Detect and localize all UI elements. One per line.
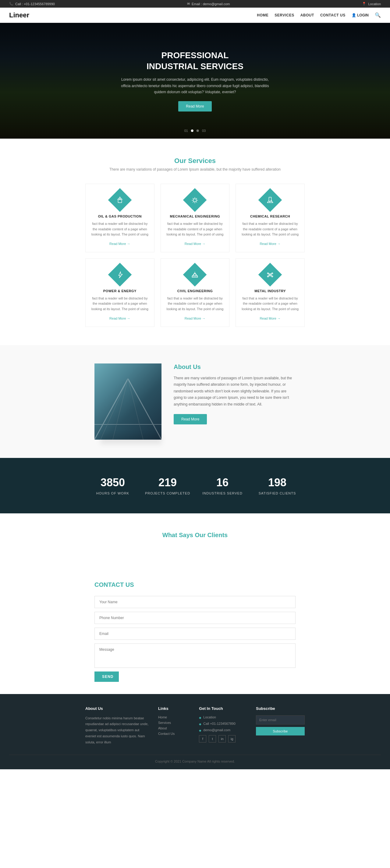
footer-link-services[interactable]: Services <box>158 721 190 724</box>
footer: About Us Consetetur nobis minima harum b… <box>0 694 390 769</box>
service-desc-3: fact that a reader will be distracted by… <box>240 221 300 237</box>
phone-text: Call : +01-1234556789990 <box>15 2 55 6</box>
contact-phone-input[interactable] <box>94 612 296 624</box>
copyright-text: Copyright © 2021 Company Name All rights… <box>155 760 235 763</box>
nav-home[interactable]: HOME <box>257 13 268 18</box>
footer-about-text: Consetetur nobis minima harum beatae rep… <box>85 715 149 746</box>
metal-icon <box>259 262 282 286</box>
email-icon: ✉ <box>187 2 190 6</box>
service-link-2[interactable]: Read More → <box>185 242 205 246</box>
stat-hours-label: HOURS OF WORK <box>85 491 140 495</box>
footer-about-col: About Us Consetetur nobis minima harum b… <box>85 706 149 746</box>
testimonials-title-accent: Clients <box>208 532 228 538</box>
footer-email-input[interactable] <box>256 715 305 724</box>
nav-links: HOME SERVICES ABOUT CONTACT US 👤 LOGIN 🔍 <box>257 12 381 18</box>
footer-subscribe-button[interactable]: Subscribe <box>256 727 305 736</box>
service-link-4[interactable]: Read More → <box>110 316 130 320</box>
footer-phone: ◆ Call +01-1234567890 <box>199 722 247 726</box>
service-card-metal: METAL INDUSTRY fact that a reader will b… <box>236 258 305 327</box>
svg-line-23 <box>113 379 128 440</box>
footer-subscribe-title: Subscribe <box>256 706 305 711</box>
phone-icon: 📞 <box>9 2 13 6</box>
stat-projects-number: 219 <box>140 476 195 489</box>
hero-cta-button[interactable]: Read More <box>178 101 211 112</box>
mechanical-icon <box>183 188 207 212</box>
svg-point-1 <box>119 198 120 199</box>
logo: Lineer <box>9 11 29 19</box>
nav-contact[interactable]: CONTACT US <box>320 13 346 18</box>
stat-clients-number: 198 <box>250 476 305 489</box>
nav-login[interactable]: 👤 LOGIN <box>352 13 369 18</box>
nav-about[interactable]: ABOUT <box>300 13 314 18</box>
footer-subscribe-form: Subscribe <box>256 715 305 736</box>
twitter-icon[interactable]: t <box>209 735 216 742</box>
stat-clients: 198 SATISFIED CLIENTS <box>250 476 305 495</box>
service-link-3[interactable]: Read More → <box>260 242 280 246</box>
service-desc-5: fact that a reader will be distracted by… <box>166 296 225 312</box>
stat-hours: 3850 HOURS OF WORK <box>85 476 140 495</box>
service-card-civil: CIVIL ENGINEERING fact that a reader wil… <box>160 258 230 327</box>
service-title-2: MECHANICAL ENGINEERING <box>166 215 225 218</box>
facebook-icon[interactable]: f <box>199 735 206 742</box>
footer-location-text: Location <box>203 715 216 719</box>
svg-point-5 <box>269 201 270 202</box>
footer-link-about[interactable]: About <box>158 726 190 730</box>
nav-services[interactable]: SERVICES <box>274 13 294 18</box>
footer-about-title: About Us <box>85 706 149 711</box>
dot-num-3: 03 <box>202 129 206 132</box>
service-title-6: METAL INDUSTRY <box>240 289 300 293</box>
service-card-power: POWER & ENERGY fact that a reader will b… <box>85 258 154 327</box>
linkedin-icon[interactable]: in <box>218 735 226 742</box>
services-title-text: Our <box>174 157 188 164</box>
phone-dot-icon: ◆ <box>199 722 201 726</box>
location-dot-icon: ◆ <box>199 716 201 719</box>
hero-section: PROFESSIONALINDUSTRIAL SERVICES Lorem ip… <box>0 23 390 138</box>
footer-link-home[interactable]: Home <box>158 715 190 719</box>
about-image <box>94 364 161 440</box>
stat-hours-number: 3850 <box>85 476 140 489</box>
svg-line-22 <box>100 379 128 440</box>
about-section: About Us There are many variations of pa… <box>0 345 390 458</box>
search-icon[interactable]: 🔍 <box>375 12 381 18</box>
service-link-5[interactable]: Read More → <box>185 316 205 320</box>
dot-2[interactable] <box>197 129 199 132</box>
footer-phone-text: Call +01-1234567890 <box>203 722 236 725</box>
hero-description: Lorem ipsum dolor sit amet consectetur, … <box>119 76 271 95</box>
footer-links-title: Links <box>158 706 190 711</box>
contact-name-input[interactable] <box>94 596 296 608</box>
about-title-accent: Us <box>193 364 201 370</box>
services-subtitle: There are many variations of passages of… <box>9 167 381 172</box>
about-cta-button[interactable]: Read More <box>174 414 207 425</box>
svg-point-6 <box>271 200 271 202</box>
service-desc-4: fact that a reader will be distracted by… <box>90 296 150 312</box>
service-card-mechanical: MECHANICAL ENGINEERING fact that a reade… <box>160 184 230 252</box>
hero-title: PROFESSIONALINDUSTRIAL SERVICES <box>119 50 271 72</box>
contact-form: SEND <box>94 596 296 682</box>
footer-bottom: Copyright © 2021 Company Name All rights… <box>9 755 381 763</box>
footer-link-contact[interactable]: Contact Us <box>158 732 190 736</box>
about-image-inner <box>94 364 161 440</box>
contact-email-input[interactable] <box>94 628 296 640</box>
stat-industries-label: INDUSTRIES SERVED <box>195 491 250 495</box>
dot-1[interactable] <box>191 129 193 132</box>
service-link-6[interactable]: Read More → <box>260 316 280 320</box>
instagram-icon[interactable]: ig <box>228 735 236 742</box>
services-title: Our Services <box>9 157 381 165</box>
service-desc-2: fact that a reader will be distracted by… <box>166 221 225 237</box>
service-title-3: CHEMICAL RESEARCH <box>240 215 300 218</box>
contact-message-input[interactable] <box>94 644 296 668</box>
service-title-4: POWER & ENERGY <box>90 289 150 293</box>
stat-clients-label: SATISFIED CLIENTS <box>250 491 305 495</box>
testimonials-title: What Says Our Clients <box>9 532 381 539</box>
service-link-1[interactable]: Read More → <box>110 242 130 246</box>
footer-email: ◆ demo@gmail.com <box>199 728 247 732</box>
contact-title-accent2: US <box>125 581 134 588</box>
about-description: There are many variations of passages of… <box>174 375 296 408</box>
svg-line-20 <box>128 379 161 440</box>
contact-send-button[interactable]: SEND <box>94 672 119 682</box>
footer-contact-title: Get In Touch <box>199 706 247 711</box>
stat-industries: 16 INDUSTRIES SERVED <box>195 476 250 495</box>
footer-links-col: Links Home Services About Contact Us <box>158 706 190 746</box>
oil-icon <box>108 188 131 212</box>
email-dot-icon: ◆ <box>199 729 201 732</box>
